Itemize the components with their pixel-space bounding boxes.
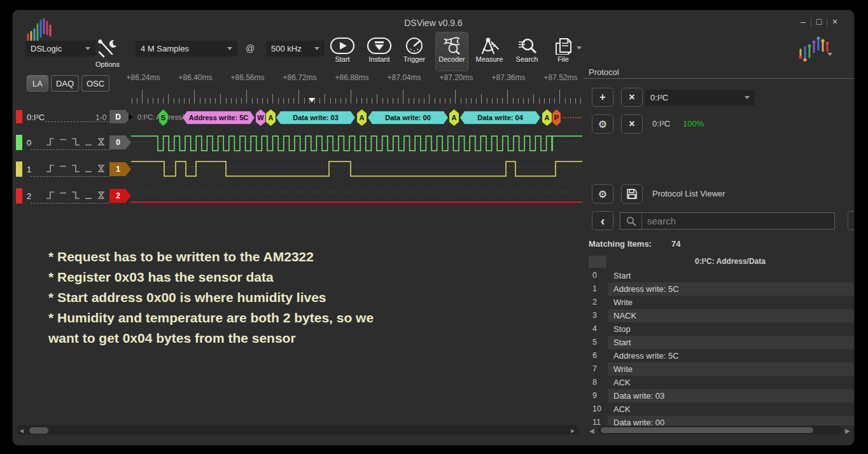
i2c-annotation[interactable]: Address write: 5C xyxy=(183,111,255,124)
ruler-tick xyxy=(257,98,258,104)
window-title: DSView v0.9.6 xyxy=(13,18,854,28)
protocol-list-row[interactable]: 7Write xyxy=(584,362,854,376)
ruler-tick xyxy=(283,98,284,104)
row-index: 6 xyxy=(592,349,608,362)
row-index: 3 xyxy=(592,309,608,322)
protocol-list-row[interactable]: 3NACK xyxy=(584,309,854,322)
protocol-list-row[interactable]: 0Start xyxy=(584,269,854,282)
ruler-tick xyxy=(288,98,289,104)
i2c-annotation[interactable]: S xyxy=(159,109,167,126)
protocol-list-row[interactable]: 5Start xyxy=(584,336,854,349)
close-icon[interactable]: × xyxy=(827,17,843,27)
i2c-annotation[interactable]: A xyxy=(357,109,367,126)
protocol-list-row[interactable]: 11Data write: 00 xyxy=(584,416,854,425)
tab-la[interactable]: LA xyxy=(27,75,48,92)
tab-osc[interactable]: OSC xyxy=(81,75,109,92)
i2c-annotation[interactable]: P xyxy=(552,109,561,126)
scroll-left-icon[interactable]: ◂ xyxy=(20,426,24,435)
decoder-select[interactable]: 0:I²C xyxy=(645,90,755,106)
window-controls: – □ × xyxy=(795,17,843,27)
row-annotation-text: Start xyxy=(608,336,854,349)
ruler-time-label: +87.20ms xyxy=(431,73,482,82)
scroll-right-icon[interactable]: ▸ xyxy=(571,426,575,435)
chevron-down-icon xyxy=(827,53,832,67)
sample-count-select[interactable]: 4 M Samples xyxy=(136,41,237,57)
ruler-tick xyxy=(226,98,227,104)
search-button[interactable]: Search xyxy=(512,37,542,63)
i2c-annotation[interactable]: W xyxy=(256,109,265,126)
sample-rate-select[interactable]: 500 kHz xyxy=(266,41,325,57)
prev-match-button[interactable]: ‹ xyxy=(592,211,613,230)
channel2-color-swatch[interactable] xyxy=(16,188,22,203)
decoder-color-swatch[interactable] xyxy=(16,110,22,123)
decoder-settings-button[interactable]: ⚙ xyxy=(592,114,613,134)
scroll-right-icon[interactable]: ▶ xyxy=(845,427,850,436)
protocol-list-row[interactable]: 1Address write: 5C xyxy=(584,282,854,296)
scroll-left-icon[interactable]: ◀ xyxy=(589,427,594,436)
maximize-icon[interactable]: □ xyxy=(811,17,827,27)
i2c-annotation[interactable]: Data write: 04 xyxy=(460,111,540,124)
i2c-annotation[interactable]: Data write: 00 xyxy=(368,111,448,124)
next-match-button[interactable]: › xyxy=(848,211,854,230)
protocol-list-row[interactable]: 4Stop xyxy=(584,322,854,336)
protocol-list[interactable]: 0Start1Address write: 5C2Write3NACK4Stop… xyxy=(584,269,854,425)
i2c-annotation[interactable]: A xyxy=(542,109,552,126)
channel0-dashed-underline xyxy=(31,141,109,150)
instant-button[interactable]: Instant xyxy=(364,37,395,63)
tab-daq[interactable]: DAQ xyxy=(51,75,79,92)
file-folder-icon xyxy=(552,37,574,55)
channel0-color-swatch[interactable] xyxy=(16,135,22,150)
ruler-tick xyxy=(580,98,581,104)
row-index: 2 xyxy=(592,296,608,309)
protocol-list-row[interactable]: 6Address write: 5C xyxy=(584,349,854,362)
measure-button[interactable]: Measure xyxy=(474,37,505,63)
remove-all-decoders-button[interactable]: × xyxy=(621,88,643,107)
decoder-annotation-track[interactable]: 0:I²C: Address/Data SAddress write: 5CWA… xyxy=(131,109,582,126)
cursor-marker-icon[interactable] xyxy=(309,98,315,102)
waveform-canvas[interactable] xyxy=(131,131,582,207)
i2c-annotation[interactable]: A xyxy=(266,109,276,126)
minimize-icon[interactable]: – xyxy=(795,17,811,27)
ruler-tick xyxy=(481,94,482,104)
i2c-annotation[interactable]: A xyxy=(449,109,459,126)
row-index: 10 xyxy=(592,402,608,416)
main-hscrollbar-track[interactable] xyxy=(17,425,579,435)
protocol-list-row[interactable]: 9Data write: 03 xyxy=(584,389,854,402)
decoder-flag[interactable]: D xyxy=(109,110,131,123)
protocol-list-row[interactable]: 8ACK xyxy=(584,376,854,389)
remove-decoder-button[interactable]: × xyxy=(621,114,643,134)
ruler-tick xyxy=(450,98,451,104)
channel1-color-swatch[interactable] xyxy=(16,162,22,177)
list-settings-button[interactable]: ⚙ xyxy=(592,184,613,203)
ruler-time-label: +87.52ms xyxy=(535,73,586,82)
main-hscrollbar-thumb[interactable] xyxy=(29,427,48,434)
row-annotation-text: ACK xyxy=(608,402,854,416)
ruler-tick xyxy=(184,98,185,104)
decoder-button[interactable]: Decoder xyxy=(437,37,467,63)
ruler-tick xyxy=(231,98,232,104)
file-button[interactable]: File xyxy=(548,37,578,63)
trigger-button[interactable]: Trigger xyxy=(399,37,430,63)
channel1-flag[interactable]: 1 xyxy=(109,162,131,176)
ruler-time-label: +86.40ms xyxy=(170,73,221,82)
ruler-time-label: +86.88ms xyxy=(326,73,377,82)
start-button[interactable]: Start xyxy=(327,37,358,63)
ruler-tick xyxy=(403,90,403,104)
options-button[interactable]: Options xyxy=(92,37,123,68)
list-hscrollbar-thumb[interactable] xyxy=(601,427,813,433)
search-input[interactable] xyxy=(642,216,834,226)
device-select[interactable]: DSLogic xyxy=(25,41,95,57)
file-menu-caret[interactable] xyxy=(577,50,582,61)
channel0-flag[interactable]: 0 xyxy=(109,135,131,149)
protocol-list-row[interactable]: 2Write xyxy=(584,296,854,309)
ruler-tick xyxy=(528,98,529,104)
export-list-button[interactable] xyxy=(621,184,643,203)
right-panel-caret[interactable] xyxy=(827,56,832,67)
annotation-arrow-icon xyxy=(129,114,133,120)
add-decoder-button[interactable]: + xyxy=(592,88,613,107)
wrench-screwdriver-icon xyxy=(95,37,120,60)
i2c-annotation[interactable]: Data write: 03 xyxy=(276,111,355,124)
channel2-flag[interactable]: 2 xyxy=(109,189,131,203)
protocol-list-row[interactable]: 10ACK xyxy=(584,402,854,416)
time-ruler[interactable] xyxy=(131,86,582,104)
